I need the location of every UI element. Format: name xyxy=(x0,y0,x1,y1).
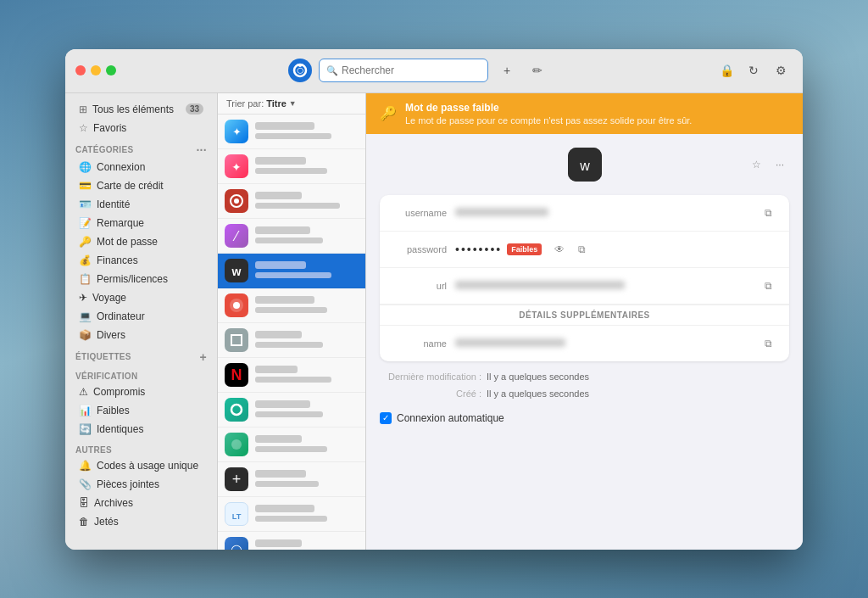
add-category-btn[interactable]: ··· xyxy=(196,144,207,156)
sidebar-item-codes[interactable]: 🔔 Codes à usage unique xyxy=(69,456,214,475)
name-label: name xyxy=(392,338,447,349)
sidebar-item-compromis[interactable]: ⚠ Compromis xyxy=(69,383,214,401)
detail-header-actions: ☆ ··· xyxy=(747,155,789,174)
maximize-button[interactable] xyxy=(106,65,116,75)
svg-point-16 xyxy=(231,439,242,450)
favorite-button[interactable]: ☆ xyxy=(747,155,765,174)
duplicate-icon: 🔄 xyxy=(79,423,92,435)
item-icon: ◒ xyxy=(225,537,248,550)
sidebar-item-remarque[interactable]: 📝 Remarque xyxy=(69,214,214,232)
list-item[interactable] xyxy=(218,184,365,219)
list-item[interactable]: ✦ xyxy=(218,115,365,149)
sidebar-item-identite[interactable]: 🪪 Identité xyxy=(69,195,214,214)
detail-logo: w xyxy=(568,148,602,182)
sidebar-item-label: Compromis xyxy=(93,386,145,398)
last-modified-value: Il y a quelques secondes xyxy=(487,372,589,382)
sidebar-item-permis[interactable]: 📋 Permis/licences xyxy=(69,270,214,288)
list-item[interactable]: N xyxy=(218,358,365,393)
sidebar-item-label: Voyage xyxy=(92,292,126,304)
autologin-row[interactable]: ✓ Connexion automatique xyxy=(380,412,789,424)
sidebar-item-divers[interactable]: 📦 Divers xyxy=(69,326,214,344)
sidebar-item-all[interactable]: ⊞ Tous les éléments 33 xyxy=(69,100,214,119)
list-item[interactable] xyxy=(218,393,365,428)
finance-icon: 💰 xyxy=(79,254,92,266)
list-item-selected[interactable]: w xyxy=(218,254,365,288)
misc-icon: 📦 xyxy=(79,329,92,341)
list-item[interactable]: LT xyxy=(218,497,365,532)
add-button[interactable]: + xyxy=(495,59,519,82)
add-etiquette-btn[interactable]: + xyxy=(200,351,207,363)
list-item[interactable]: ∕ xyxy=(218,219,365,254)
sidebar-item-label: Archives xyxy=(94,497,133,509)
item-subtitle xyxy=(255,131,359,141)
item-subtitle xyxy=(255,514,359,523)
svg-text:∕: ∕ xyxy=(232,229,240,243)
svg-point-12 xyxy=(233,302,240,309)
titlebar-right: 🔒 ↻ ⚙ xyxy=(715,59,793,82)
svg-text:N: N xyxy=(231,366,242,383)
list-item[interactable] xyxy=(218,323,365,358)
svg-point-15 xyxy=(231,405,242,415)
copy-password-button[interactable]: ⧉ xyxy=(572,240,591,259)
sidebar-item-archives[interactable]: 🗄 Archives xyxy=(69,494,214,512)
sidebar-item-ordinateur[interactable]: 💻 Ordinateur xyxy=(69,307,214,326)
item-text xyxy=(255,191,359,210)
close-button[interactable] xyxy=(75,65,86,75)
sort-header[interactable]: Trier par: Titre ▼ xyxy=(218,93,365,115)
item-title xyxy=(255,226,359,236)
sidebar-item-favorites[interactable]: ☆ Favoris xyxy=(69,119,214,137)
edit-button[interactable]: ✏ xyxy=(526,59,549,82)
item-icon xyxy=(225,398,248,422)
travel-icon: ✈ xyxy=(79,292,87,304)
item-subtitle xyxy=(255,444,359,454)
list-item[interactable] xyxy=(218,288,365,323)
svg-point-3 xyxy=(298,64,302,67)
svg-text:LT: LT xyxy=(232,511,242,520)
list-item[interactable] xyxy=(218,428,365,462)
copy-url-button[interactable]: ⧉ xyxy=(759,277,777,295)
sidebar-item-motdepasse[interactable]: 🔑 Mot de passe xyxy=(69,232,214,251)
list-item[interactable]: ◒ xyxy=(218,532,365,550)
item-icon: LT xyxy=(225,502,248,526)
item-text xyxy=(255,469,359,489)
password-field-value: •••••••• Faibles xyxy=(455,243,542,256)
sidebar-item-finances[interactable]: 💰 Finances xyxy=(69,251,214,270)
search-input[interactable] xyxy=(342,64,481,76)
chevron-down-icon: ▼ xyxy=(289,99,297,108)
item-icon: ✦ xyxy=(225,154,248,178)
field-actions: ⧉ xyxy=(759,204,777,222)
refresh-button[interactable]: ↻ xyxy=(742,59,765,82)
item-text xyxy=(255,504,359,523)
sidebar-item-pieces[interactable]: 📎 Pièces jointes xyxy=(69,475,214,494)
sidebar-item-label: Faibles xyxy=(97,405,130,416)
list-item[interactable]: ✦ xyxy=(218,149,365,184)
sidebar-item-connexion[interactable]: 🌐 Connexion xyxy=(69,158,214,176)
sort-label: Trier par: xyxy=(226,98,264,109)
svg-text:✦: ✦ xyxy=(232,126,242,138)
show-password-button[interactable]: 👁 xyxy=(550,240,569,259)
copy-name-button[interactable]: ⧉ xyxy=(759,334,777,353)
item-icon: + xyxy=(225,467,248,491)
sidebar-item-identiques[interactable]: 🔄 Identiques xyxy=(69,420,214,439)
sidebar-item-faibles[interactable]: 📊 Faibles xyxy=(69,401,214,420)
url-value xyxy=(455,280,750,292)
more-options-button[interactable]: ··· xyxy=(771,155,789,174)
sidebar-item-label: Codes à usage unique xyxy=(97,460,198,472)
sidebar-item-voyage[interactable]: ✈ Voyage xyxy=(69,288,214,307)
lock-button[interactable]: 🔒 xyxy=(715,59,738,82)
copy-username-button[interactable]: ⧉ xyxy=(759,204,777,222)
svg-text:✦: ✦ xyxy=(231,160,242,174)
trash-icon: 🗑 xyxy=(79,516,89,528)
sidebar-item-label: Connexion xyxy=(97,161,145,173)
search-bar[interactable]: 🔍 xyxy=(319,59,488,82)
sidebar-item-label: Permis/licences xyxy=(97,273,168,285)
sidebar-item-label: Divers xyxy=(97,329,125,341)
field-actions: 👁 ⧉ xyxy=(550,240,591,259)
sidebar-item-jetes[interactable]: 🗑 Jetés xyxy=(69,512,214,531)
item-title xyxy=(255,330,359,340)
sidebar-item-label: Finances xyxy=(97,254,138,266)
minimize-button[interactable] xyxy=(91,65,101,75)
list-item[interactable]: + xyxy=(218,462,365,497)
sidebar-item-carte[interactable]: 💳 Carte de crédit xyxy=(69,176,214,195)
settings-button[interactable]: ⚙ xyxy=(769,59,793,82)
